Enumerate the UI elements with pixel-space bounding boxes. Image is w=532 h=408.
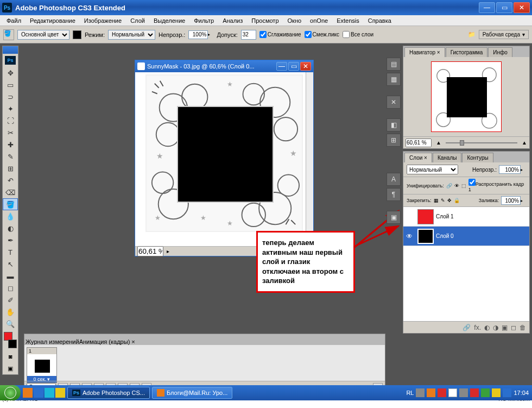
dodge-tool[interactable]: ◐ (3, 222, 18, 234)
tab-animation[interactable]: Анимация (кадры) × (79, 338, 135, 345)
menu-help[interactable]: Справка (364, 16, 396, 25)
foreground-swatch[interactable] (73, 30, 81, 39)
tray-icon-2[interactable] (427, 388, 435, 397)
tab-paths[interactable]: Контуры (462, 153, 493, 162)
minimize-button[interactable]: — (479, 2, 495, 13)
type-tool[interactable]: T (3, 246, 18, 258)
unify-icon-3[interactable]: ⬚ (461, 183, 466, 189)
tray-icon-5[interactable] (459, 388, 468, 397)
blend-mode-select[interactable]: Нормальный (108, 30, 155, 40)
dock-icon-6[interactable]: A (387, 173, 401, 186)
menu-window[interactable]: Окно (283, 16, 306, 25)
navigator-preview[interactable] (431, 61, 502, 132)
brush-tool[interactable]: ✎ (3, 150, 18, 162)
tray-icon-6[interactable] (470, 388, 479, 397)
menu-file[interactable]: Файл (2, 16, 26, 25)
layer-thumb-0[interactable] (417, 229, 434, 244)
unify-icon-2[interactable]: 👁 (454, 183, 459, 189)
tab-channels[interactable]: Каналы (433, 153, 462, 162)
doc-close[interactable]: ✕ (300, 62, 311, 71)
doc-scrollbar-v[interactable] (306, 72, 313, 246)
dock-icon-5[interactable]: ⊞ (387, 134, 401, 147)
fill-source-select[interactable]: Основной цвет (17, 30, 69, 40)
delete-layer-icon[interactable]: 🗑 (520, 324, 526, 331)
antialias-checkbox[interactable]: Сглаживание (259, 31, 301, 38)
lasso-tool[interactable]: ⊃ (3, 91, 18, 103)
color-swatches[interactable] (4, 332, 17, 348)
adjustment-layer-icon[interactable]: ◑ (493, 324, 498, 331)
notes-tool[interactable]: ◻ (3, 282, 18, 294)
doc-info-icon[interactable]: ▸ (167, 248, 169, 254)
new-layer-icon[interactable]: ◻ (511, 324, 516, 331)
history-brush-tool[interactable]: ↶ (3, 174, 18, 186)
unify-icon-1[interactable]: 🔗 (446, 183, 452, 189)
lock-move-icon[interactable]: ✥ (447, 198, 452, 203)
layer-opacity-input[interactable] (499, 165, 521, 174)
lock-trans-icon[interactable]: ▦ (434, 198, 439, 203)
lang-indicator[interactable]: RL (406, 390, 414, 396)
alllayers-checkbox[interactable]: Все слои (343, 31, 373, 38)
eyedropper-tool[interactable]: ✐ (3, 294, 18, 306)
clock[interactable]: 17:04 (514, 390, 529, 396)
menu-analysis[interactable]: Анализ (218, 16, 247, 25)
zoom-tool[interactable]: 🔍 (3, 318, 18, 330)
task-browser[interactable]: Блоги@Mail.Ru: Уро... (152, 387, 232, 399)
tolerance-input[interactable] (241, 30, 256, 40)
blur-tool[interactable]: 💧 (3, 210, 18, 222)
layer-fill-input[interactable] (501, 196, 521, 205)
start-button[interactable] (0, 385, 21, 400)
layer-fx-icon[interactable]: fx. (474, 324, 481, 331)
layer-visibility-0[interactable]: 👁 (403, 233, 415, 240)
tab-info[interactable]: Инфо (488, 47, 512, 57)
doc-zoom-input[interactable] (137, 246, 163, 256)
dock-icon-7[interactable]: ¶ (387, 188, 401, 201)
anim-frame-1[interactable]: 1 0 сек. ▾ (27, 347, 57, 383)
menu-extensis[interactable]: Extensis (332, 16, 364, 25)
tray-icon-9[interactable] (503, 388, 511, 397)
opacity-input[interactable] (188, 30, 208, 39)
tab-histogram[interactable]: Гистограмма (446, 47, 488, 57)
workspace-button[interactable]: Рабочая среда ▾ (479, 30, 529, 39)
layer-group-icon[interactable]: ▣ (502, 324, 508, 331)
stamp-tool[interactable]: ⊞ (3, 162, 18, 174)
tray-icon-7[interactable] (481, 388, 490, 397)
doc-minimize[interactable]: — (276, 62, 287, 71)
layer-mask-icon[interactable]: ◐ (484, 324, 490, 331)
layer-row-1[interactable]: Слой 1 (403, 207, 529, 227)
ql-icon-4[interactable] (55, 388, 65, 398)
dock-icon-2[interactable]: ▦ (387, 73, 401, 86)
zoom-out-icon[interactable]: ▲ (436, 140, 441, 146)
tab-measure-log[interactable]: Журнал измерений (26, 338, 79, 345)
nav-zoom-input[interactable] (406, 139, 432, 147)
pen-tool[interactable]: ✒ (3, 234, 18, 246)
zoom-in-icon[interactable]: ▲ (522, 140, 527, 146)
bucket-tool-icon[interactable]: 🪣 (3, 29, 14, 40)
menu-edit[interactable]: Редактирование (26, 16, 80, 25)
lock-all-icon[interactable]: 🔒 (454, 198, 460, 203)
crop-tool[interactable]: ⛶ (3, 115, 18, 127)
nav-zoom-slider[interactable] (446, 142, 517, 143)
close-button[interactable]: ✕ (514, 2, 530, 13)
shape-tool[interactable]: ▬ (3, 270, 18, 282)
contiguous-checkbox[interactable]: Смеж.пикс (305, 31, 340, 38)
canvas[interactable]: ★★ ★★ ★★ (145, 74, 303, 232)
dock-icon-4[interactable]: ◧ (387, 118, 401, 131)
tab-navigator[interactable]: Навигатор × (404, 47, 445, 57)
ql-icon-3[interactable] (45, 388, 54, 398)
lock-paint-icon[interactable]: ✎ (441, 198, 445, 203)
ql-icon-1[interactable] (23, 388, 33, 398)
background-color[interactable] (8, 340, 17, 348)
tray-icon-4[interactable] (448, 388, 457, 397)
wand-tool[interactable]: ✦ (3, 103, 18, 115)
tray-icon-3[interactable] (438, 388, 446, 397)
bucket-tool[interactable]: 🪣 (3, 198, 18, 210)
heal-tool[interactable]: ✚ (3, 139, 18, 150)
tray-icon-8[interactable] (492, 388, 501, 397)
tab-layers[interactable]: Слои × (404, 153, 432, 162)
eraser-tool[interactable]: ⌫ (3, 186, 18, 198)
ql-icon-2[interactable] (34, 388, 43, 398)
screenmode-toggle[interactable]: ▣ (3, 362, 18, 374)
layer-blend-select[interactable]: Нормальный (407, 165, 458, 174)
dock-icon-3[interactable]: ✕ (387, 96, 401, 109)
dock-icon-1[interactable]: ▤ (387, 58, 401, 71)
